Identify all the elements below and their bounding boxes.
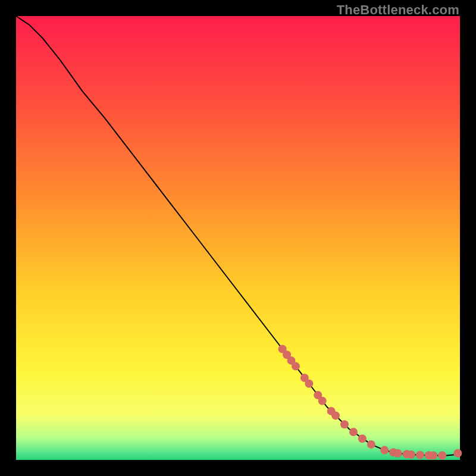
data-marker bbox=[438, 452, 446, 460]
data-marker bbox=[349, 428, 358, 436]
data-marker bbox=[429, 452, 437, 460]
data-marker bbox=[358, 434, 367, 443]
data-marker bbox=[394, 449, 402, 458]
data-marker bbox=[453, 449, 462, 458]
data-marker bbox=[367, 440, 375, 449]
data-marker bbox=[292, 362, 300, 371]
data-marker bbox=[380, 446, 389, 455]
data-marker bbox=[416, 451, 424, 459]
data-marker bbox=[305, 380, 313, 388]
chart-frame: TheBottleneck.com bbox=[0, 0, 476, 476]
plot-area bbox=[16, 16, 460, 460]
data-marker bbox=[407, 450, 415, 459]
chart-svg bbox=[16, 16, 460, 460]
bottleneck-curve bbox=[16, 16, 460, 456]
data-marker bbox=[318, 397, 327, 405]
marker-group bbox=[278, 345, 462, 460]
data-marker bbox=[331, 411, 340, 419]
data-marker bbox=[340, 420, 349, 428]
watermark-text: TheBottleneck.com bbox=[337, 2, 459, 18]
